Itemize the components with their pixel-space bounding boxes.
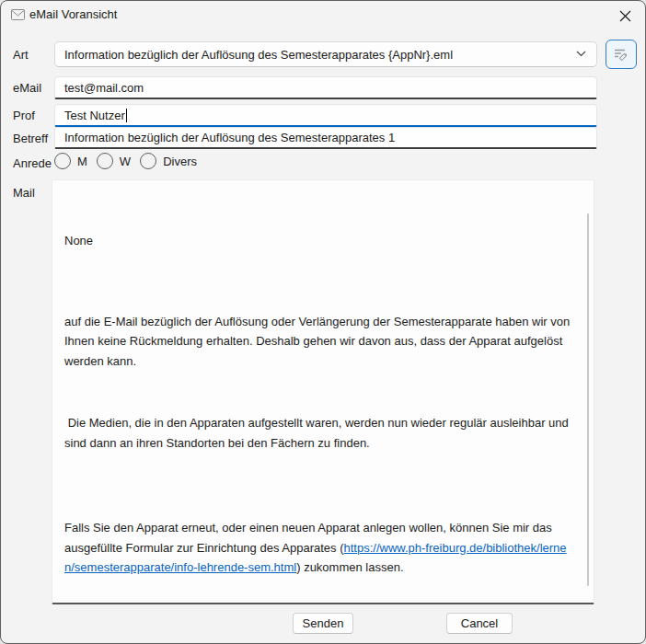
radio-m-circle[interactable] bbox=[54, 153, 71, 169]
mail-paragraph: None bbox=[64, 231, 573, 251]
art-selected-value: Information bezüglich der Auflösung des … bbox=[64, 48, 453, 62]
cancel-button[interactable]: Cancel bbox=[446, 613, 513, 634]
text-cursor bbox=[126, 109, 127, 122]
anrede-radio-group: M W Divers bbox=[54, 153, 206, 169]
mail-paragraph: auf die E-Mail bezüglich der Auflösung o… bbox=[64, 312, 573, 372]
email-value: test@mail.com bbox=[64, 81, 144, 95]
email-preview-dialog: eMail Voransicht Art Information bezügli… bbox=[0, 0, 646, 644]
mail-body-textarea[interactable]: None auf die E-Mail bezüglich der Auflös… bbox=[52, 179, 594, 604]
mail-paragraph: Die Medien, die in den Apparaten aufgest… bbox=[64, 413, 573, 453]
edit-note-icon bbox=[613, 47, 629, 62]
prof-label: Prof bbox=[13, 109, 35, 122]
close-icon bbox=[619, 10, 631, 22]
art-template-select[interactable]: Information bezüglich der Auflösung des … bbox=[54, 41, 597, 67]
titlebar: eMail Voransicht bbox=[1, 1, 645, 30]
betreff-input[interactable]: Information bezüglich der Auflösung des … bbox=[54, 127, 597, 149]
mail-paragraph: Falls Sie den Apparat erneut, oder einen… bbox=[64, 518, 573, 578]
window-title: eMail Voransicht bbox=[29, 7, 117, 21]
radio-w[interactable]: W bbox=[97, 153, 131, 169]
prof-value: Test Nutzer bbox=[64, 109, 125, 122]
prof-input[interactable]: Test Nutzer bbox=[54, 104, 597, 127]
radio-divers-circle[interactable] bbox=[140, 153, 156, 169]
chevron-down-icon bbox=[576, 51, 586, 57]
edit-template-button[interactable] bbox=[606, 40, 637, 69]
radio-m-label: M bbox=[77, 155, 87, 168]
email-label: eMail bbox=[13, 81, 41, 95]
mail-body-text: None auf die E-Mail bezüglich der Auflös… bbox=[64, 191, 573, 604]
close-button[interactable] bbox=[610, 5, 640, 27]
betreff-value: Information bezüglich der Auflösung des … bbox=[64, 131, 395, 144]
anrede-label: Anrede bbox=[13, 156, 52, 170]
betreff-label: Betreff bbox=[13, 132, 48, 145]
radio-m[interactable]: M bbox=[54, 153, 87, 169]
vertical-scrollbar[interactable] bbox=[587, 213, 589, 586]
radio-w-label: W bbox=[120, 155, 131, 168]
art-label: Art bbox=[13, 48, 29, 62]
envelope-icon bbox=[11, 9, 25, 20]
radio-w-circle[interactable] bbox=[97, 153, 113, 169]
radio-divers-label: Divers bbox=[163, 155, 197, 168]
radio-divers[interactable]: Divers bbox=[140, 153, 197, 169]
mail-label: Mail bbox=[13, 186, 35, 200]
email-input[interactable]: test@mail.com bbox=[54, 76, 597, 99]
mail-paragraph-text: ) zukommen lassen. bbox=[296, 560, 403, 574]
send-button[interactable]: Senden bbox=[293, 613, 353, 634]
